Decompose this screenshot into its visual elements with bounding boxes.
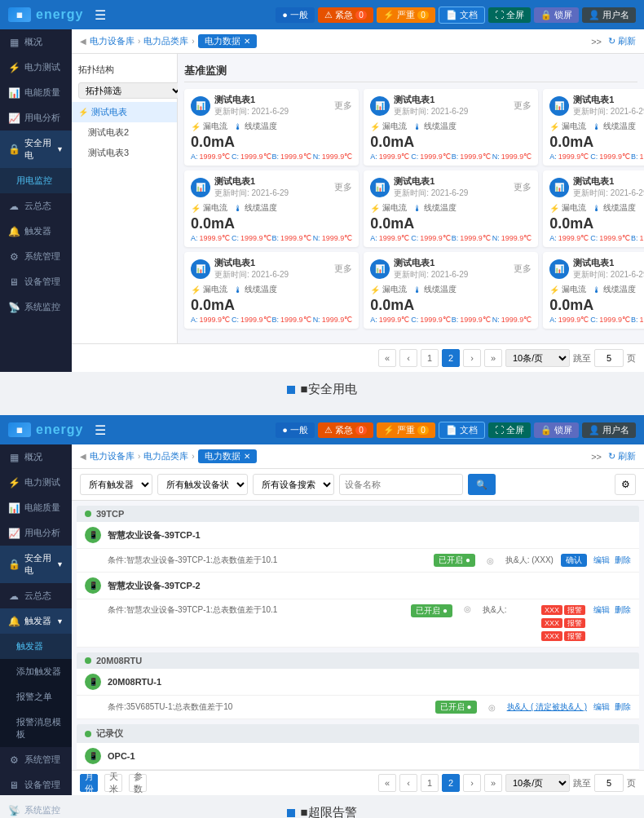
refresh-btn-1[interactable]: ↻ 刷新: [608, 35, 636, 47]
device-more-1[interactable]: 更多: [514, 99, 532, 112]
sidebar-item-power-test-1[interactable]: ⚡ 电力测试: [0, 55, 72, 80]
nav-fullscreen-1[interactable]: ⛶ 全屏: [488, 7, 531, 23]
device-card-10[interactable]: 📊 测试电表1 更新时间: 2021-6-29 更多 ⚡ 漏电流 🌡 线缆温度: [543, 252, 644, 329]
nav-urgent-1[interactable]: ⚠ 紧急 0: [318, 7, 373, 23]
delete-link-1[interactable]: 删除: [615, 555, 631, 566]
sidebar-item-trigger-leaf-2[interactable]: 触发器: [0, 634, 72, 659]
page-2-1[interactable]: 2: [442, 349, 460, 367]
sidebar-item-power-test-2[interactable]: ⚡ 电力测试: [0, 470, 72, 495]
nav-lock-1[interactable]: 🔒 锁屏: [534, 7, 579, 23]
bc-current-1[interactable]: 电力数据 ✕: [198, 34, 257, 48]
page-size-select-1[interactable]: 10条/页 30条/限制: [505, 349, 570, 367]
tab-day-2[interactable]: 天米: [104, 774, 122, 792]
sidebar-item-power-analysis-2[interactable]: 📈 用电分析: [0, 520, 72, 546]
device-card-6[interactable]: 📊 测试电表1 更新时间: 2021-6-29 更多 ⚡ 漏电流 🌡 线缆温度: [543, 170, 644, 247]
filter-search-btn-2[interactable]: 🔍: [468, 474, 496, 495]
sidebar-item-add-trigger-2[interactable]: 添加触发器: [0, 659, 72, 684]
tab-params-2[interactable]: 参数: [129, 774, 147, 792]
nav-docs-1[interactable]: 📄 文档: [439, 7, 485, 24]
nav-lock-2[interactable]: 🔒 锁屏: [534, 422, 579, 438]
device-card-0[interactable]: 📊 测试电表1 更新时间: 2021-6-29 更多 ⚡ 漏电流 🌡 线缆温度: [184, 89, 359, 166]
filter-search-select-2[interactable]: 所有设备搜索: [253, 474, 334, 495]
device-more-8[interactable]: 更多: [334, 263, 352, 275]
nav-user-1[interactable]: 👤 用户名: [582, 7, 636, 23]
page-last-1[interactable]: »: [484, 349, 502, 367]
page-next-1[interactable]: ›: [463, 349, 481, 367]
sidebar-item-sysmgmt-2[interactable]: ⚙ 系统管理: [0, 747, 72, 772]
device-card-5[interactable]: 📊 测试电表1 更新时间: 2021-6-29 更多 ⚡ 漏电流 🌡 线缆温度: [364, 170, 538, 247]
device-more-5[interactable]: 更多: [514, 181, 532, 193]
sidebar-item-devmgmt-1[interactable]: 🖥 设备管理: [0, 269, 72, 294]
page-prev-1[interactable]: ‹: [399, 349, 417, 367]
menu-icon-2[interactable]: ☰: [95, 422, 106, 438]
bc-link2-2[interactable]: 电力品类库: [143, 450, 188, 462]
bc-back-2[interactable]: ◀: [80, 452, 86, 461]
bc-close-2[interactable]: ✕: [244, 452, 250, 461]
sidebar-item-sysmonitor-2[interactable]: 📡 系统监控: [0, 798, 72, 818]
page-jump-2[interactable]: [594, 774, 624, 792]
sidebar-item-power-quality-1[interactable]: 📊 电能质量: [0, 80, 72, 105]
bc-current-2[interactable]: 电力数据 ✕: [198, 449, 257, 463]
tree-item-3[interactable]: 测试电表3: [72, 143, 177, 163]
tab-monthly-2[interactable]: 月份: [80, 774, 98, 792]
sidebar-item-safe-power-1[interactable]: 🔒 安全用电 ▼: [0, 130, 72, 168]
page-1-2[interactable]: 1: [421, 774, 439, 792]
sidebar-item-sysmgmt-1[interactable]: ⚙ 系统管理: [0, 244, 72, 269]
nav-severe-1[interactable]: ⚡ 严重 0: [377, 7, 435, 23]
device-card-9[interactable]: 📊 测试电表1 更新时间: 2021-6-29 更多 ⚡ 漏电流 🌡 线缆温度: [364, 252, 538, 329]
device-more-4[interactable]: 更多: [334, 181, 352, 193]
sidebar-item-overview-1[interactable]: ▦ 概况: [0, 29, 72, 55]
page-last-2[interactable]: »: [484, 774, 502, 792]
device-more-0[interactable]: 更多: [334, 99, 352, 112]
filter-settings-btn-2[interactable]: ⚙: [615, 474, 636, 495]
sidebar-item-trigger-2[interactable]: 🔔 触发器 ▼: [0, 608, 72, 634]
nav-general-1[interactable]: ● 一般: [276, 7, 315, 23]
bc-close-1[interactable]: ✕: [244, 37, 250, 46]
bc-link1-2[interactable]: 电力设备库: [90, 450, 135, 462]
page-size-select-2[interactable]: 10条/页 30条/限制: [505, 774, 570, 792]
page-prev-2[interactable]: ‹: [399, 774, 417, 792]
tree-item-2[interactable]: 测试电表2: [72, 122, 177, 143]
bc-back-1[interactable]: ◀: [80, 37, 86, 46]
sidebar-item-trigger-1[interactable]: 🔔 触发器: [0, 219, 72, 244]
filter-device-select-2[interactable]: 所有触发设备状: [157, 474, 248, 495]
edit-link-2[interactable]: 编辑: [593, 604, 610, 616]
sidebar-item-report-2[interactable]: 报警之单: [0, 684, 72, 710]
nav-general-2[interactable]: ● 一般: [276, 422, 315, 438]
tree-item-1[interactable]: ⚡ 测试电表: [72, 102, 177, 122]
nav-urgent-2[interactable]: ⚠ 紧急 0: [318, 422, 373, 438]
edit-link-3[interactable]: 编辑: [593, 701, 610, 713]
sidebar-item-power-analysis-1[interactable]: 📈 用电分析: [0, 105, 72, 130]
page-2-2[interactable]: 2: [442, 774, 460, 792]
sidebar-item-overview-2[interactable]: ▦ 概况: [0, 444, 72, 470]
nav-severe-2[interactable]: ⚡ 严重 0: [377, 422, 435, 438]
sidebar-item-alert-template-2[interactable]: 报警消息模板: [0, 710, 72, 747]
sidebar-item-cloud-1[interactable]: ☁ 云总态: [0, 193, 72, 219]
page-next-2[interactable]: ›: [463, 774, 481, 792]
sidebar-item-safe-power-2[interactable]: 🔒 安全用电 ▼: [0, 546, 72, 583]
nav-user-2[interactable]: 👤 用户名: [582, 422, 636, 438]
page-jump-1[interactable]: [594, 349, 624, 367]
refresh-btn-2[interactable]: ↻ 刷新: [608, 450, 636, 462]
device-card-2[interactable]: 📊 测试电表1 更新时间: 2021-6-29 更多 ⚡ 漏电流 🌡 线缆温度: [543, 89, 644, 166]
alert-confirm-btn-1[interactable]: 确认: [561, 554, 587, 567]
delete-link-2[interactable]: 删除: [615, 604, 631, 616]
device-card-8[interactable]: 📊 测试电表1 更新时间: 2021-6-29 更多 ⚡ 漏电流 🌡 线缆温度: [184, 252, 359, 329]
edit-link-1[interactable]: 编辑: [593, 555, 610, 566]
sidebar-item-cloud-2[interactable]: ☁ 云总态: [0, 583, 72, 608]
tree-select-1[interactable]: 拓扑筛选: [78, 82, 183, 99]
menu-icon-1[interactable]: ☰: [95, 7, 106, 23]
bc-link2-1[interactable]: 电力品类库: [143, 35, 188, 47]
page-first-2[interactable]: «: [378, 774, 396, 792]
page-first-1[interactable]: «: [378, 349, 396, 367]
sidebar-item-devmgmt-2[interactable]: 🖥 设备管理: [0, 772, 72, 798]
sidebar-item-power-quality-2[interactable]: 📊 电能质量: [0, 495, 72, 520]
sidebar-item-sysmonitor-1[interactable]: 📡 系统监控: [0, 294, 72, 320]
nav-fullscreen-2[interactable]: ⛶ 全屏: [488, 422, 531, 438]
filter-device-name-input-2[interactable]: [339, 474, 463, 495]
device-more-9[interactable]: 更多: [514, 263, 532, 275]
page-1-1[interactable]: 1: [421, 349, 439, 367]
delete-link-3[interactable]: 删除: [615, 701, 631, 713]
bc-link1-1[interactable]: 电力设备库: [90, 35, 135, 47]
sidebar-item-monitor-1[interactable]: 用电监控: [0, 168, 72, 193]
